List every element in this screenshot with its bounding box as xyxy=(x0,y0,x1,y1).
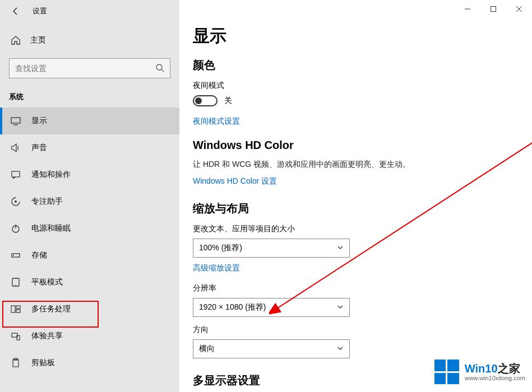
watermark-brand: Win10 xyxy=(465,362,498,375)
nav-item-clipboard[interactable]: 剪贴板 xyxy=(0,349,179,376)
page-title: 显示 xyxy=(193,25,519,48)
nav-item-sound[interactable]: 声音 xyxy=(0,134,179,161)
nav-label: 多任务处理 xyxy=(31,304,71,314)
nav-item-power[interactable]: 电源和睡眠 xyxy=(0,215,179,242)
nav-label: 存储 xyxy=(31,250,47,260)
shared-icon xyxy=(10,330,21,342)
scale-layout-heading: 缩放与布局 xyxy=(193,201,519,216)
search-icon xyxy=(155,63,164,74)
hd-color-settings-link[interactable]: Windows HD Color 设置 xyxy=(193,176,277,186)
power-icon xyxy=(10,223,21,234)
svg-rect-13 xyxy=(16,306,20,309)
back-button[interactable] xyxy=(4,0,27,22)
night-mode-settings-link[interactable]: 夜间模式设置 xyxy=(193,116,240,127)
nav-label: 体验共享 xyxy=(31,331,63,341)
nav-item-display[interactable]: 显示 xyxy=(0,108,179,134)
chevron-down-icon xyxy=(337,244,344,253)
nav-label: 电源和睡眠 xyxy=(31,223,71,234)
watermark-url: www.win10xitong.com xyxy=(465,375,525,381)
nav-label: 通知和操作 xyxy=(31,170,71,180)
advanced-scaling-link[interactable]: 高级缩放设置 xyxy=(193,263,240,273)
nav-label: 剪贴板 xyxy=(31,358,55,368)
hd-color-heading: Windows HD Color xyxy=(193,139,519,152)
resolution-combobox[interactable]: 1920 × 1080 (推荐) xyxy=(193,298,350,317)
resolution-label: 分辨率 xyxy=(193,283,519,293)
close-button[interactable] xyxy=(506,0,532,18)
nav-label: 专注助手 xyxy=(31,197,63,207)
resolution-value: 1920 × 1080 (推荐) xyxy=(199,302,266,312)
orientation-combobox[interactable]: 横向 xyxy=(193,339,350,358)
nav-item-tablet[interactable]: 平板模式 xyxy=(0,269,179,296)
home-icon xyxy=(10,35,21,46)
hd-color-description: 让 HDR 和 WCG 视频、游戏和应用中的画面更明亮、更生动。 xyxy=(193,160,519,170)
window-controls xyxy=(455,0,532,18)
nav-label: 平板模式 xyxy=(31,277,63,287)
orientation-value: 横向 xyxy=(199,344,215,354)
watermark-suffix: 之家 xyxy=(498,362,520,375)
svg-point-9 xyxy=(13,255,14,256)
svg-point-5 xyxy=(15,200,17,203)
windows-logo-icon xyxy=(434,360,459,384)
svg-point-0 xyxy=(156,64,162,70)
scale-label: 更改文本、应用等项目的大小 xyxy=(193,224,519,234)
nav-label: 声音 xyxy=(31,143,47,153)
search-input[interactable] xyxy=(15,64,155,73)
svg-rect-2 xyxy=(11,118,20,123)
focus-icon xyxy=(10,196,21,207)
home-link[interactable]: 主页 xyxy=(0,27,179,54)
nav-item-multitasking[interactable]: 多任务处理 xyxy=(0,296,179,323)
clipboard-icon xyxy=(10,357,21,368)
home-label: 主页 xyxy=(30,35,46,45)
nav-item-focus-assist[interactable]: 专注助手 xyxy=(0,188,179,215)
scale-combobox[interactable]: 100% (推荐) xyxy=(193,239,350,258)
back-arrow-icon xyxy=(11,7,20,16)
scale-value: 100% (推荐) xyxy=(199,243,242,253)
storage-icon xyxy=(10,250,21,261)
section-label: 系统 xyxy=(0,87,179,108)
svg-rect-12 xyxy=(11,306,15,312)
nav-label: 显示 xyxy=(31,116,47,126)
sound-icon xyxy=(10,142,21,153)
notifications-icon xyxy=(10,169,21,180)
nav-item-notifications[interactable]: 通知和操作 xyxy=(0,161,179,188)
nav-list: 显示 声音 通知和操作 专注助手 电源和睡眠 存储 xyxy=(0,108,179,376)
multitasking-icon xyxy=(10,304,21,315)
toggle-state-text: 关 xyxy=(224,96,232,106)
chevron-down-icon xyxy=(337,303,344,312)
night-mode-label: 夜间模式 xyxy=(193,81,519,91)
svg-line-1 xyxy=(161,69,164,72)
chevron-down-icon xyxy=(337,344,344,353)
window-title: 设置 xyxy=(33,6,47,16)
night-mode-toggle[interactable] xyxy=(193,95,218,106)
svg-rect-20 xyxy=(491,7,496,12)
svg-rect-4 xyxy=(12,171,20,177)
tablet-icon xyxy=(10,277,21,288)
nav-item-storage[interactable]: 存储 xyxy=(0,242,179,269)
display-icon xyxy=(10,115,21,127)
orientation-label: 方向 xyxy=(193,325,519,335)
svg-rect-14 xyxy=(16,310,20,312)
svg-rect-17 xyxy=(13,360,18,367)
section-color-heading: 颜色 xyxy=(193,58,519,73)
nav-item-shared-experiences[interactable]: 体验共享 xyxy=(0,323,179,349)
minimize-button[interactable] xyxy=(455,0,480,18)
watermark: Win10之家 www.win10xitong.com xyxy=(434,360,525,384)
maximize-button[interactable] xyxy=(480,0,506,18)
search-box[interactable] xyxy=(9,58,170,78)
svg-point-11 xyxy=(15,284,16,286)
